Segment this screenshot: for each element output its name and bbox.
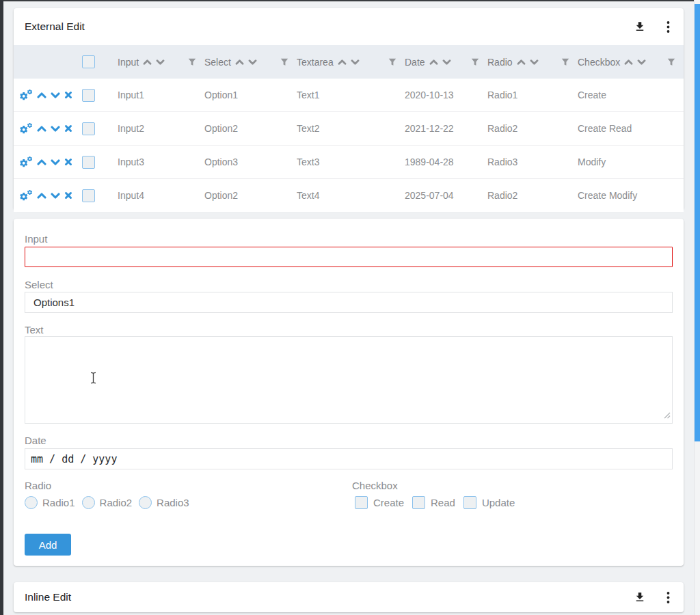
delete-icon[interactable] (64, 158, 72, 166)
date-field[interactable]: mm / dd / yyyy (25, 448, 673, 469)
cell-select: Option1 (204, 90, 297, 100)
checkbox-group: Create Read Update (355, 496, 515, 509)
download-icon[interactable] (634, 20, 646, 33)
input-label: Input (25, 233, 47, 245)
sort-desc-icon[interactable] (442, 59, 451, 65)
delete-icon[interactable] (64, 91, 72, 99)
row-checkbox-cell (77, 189, 118, 202)
checkbox-option: Read (412, 496, 455, 509)
settings-icon[interactable] (19, 122, 33, 135)
checkbox[interactable] (463, 496, 476, 509)
settings-icon[interactable] (19, 89, 33, 101)
table-row: Input1 Option1 Text1 2020-10-13 Radio1 C… (14, 79, 684, 112)
sort-asc-icon[interactable] (517, 59, 526, 65)
sort-desc-icon[interactable] (248, 59, 257, 65)
move-up-icon[interactable] (37, 92, 46, 98)
radio-button[interactable] (25, 496, 38, 509)
cell-select: Option2 (204, 190, 297, 201)
add-record-form-card: Input Select Options1 Text Date mm / dd … (14, 219, 684, 566)
filter-icon[interactable] (280, 58, 288, 66)
card-title: Inline Edit (25, 591, 71, 603)
sort-desc-icon[interactable] (351, 59, 360, 65)
cell-radio: Radio2 (487, 190, 578, 201)
move-down-icon[interactable] (51, 126, 60, 132)
radio-option: Radio3 (139, 496, 189, 509)
text-area[interactable] (25, 336, 673, 424)
scrollbar-thumb[interactable] (695, 4, 700, 441)
cell-input: Input1 (118, 90, 204, 100)
card-toolbar (634, 20, 670, 33)
radio-option-label: Radio3 (157, 497, 189, 508)
card-title: External Edit (25, 20, 85, 33)
column-header-select: Select (204, 57, 297, 68)
settings-icon[interactable] (19, 156, 33, 168)
sort-desc-icon[interactable] (637, 59, 646, 65)
card-header: Inline Edit (14, 582, 684, 612)
move-down-icon[interactable] (51, 193, 60, 199)
column-label: Select (204, 57, 231, 68)
sort-desc-icon[interactable] (530, 59, 539, 65)
row-checkbox[interactable] (82, 89, 95, 102)
filter-icon[interactable] (188, 58, 196, 66)
cell-textarea: Text2 (297, 123, 405, 134)
filter-icon[interactable] (471, 58, 479, 66)
input-field[interactable] (25, 247, 673, 267)
move-up-icon[interactable] (37, 126, 46, 132)
column-label: Textarea (297, 57, 334, 68)
cell-checkbox: Create (578, 90, 684, 100)
move-down-icon[interactable] (51, 92, 60, 98)
sort-desc-icon[interactable] (156, 59, 165, 65)
radio-button[interactable] (139, 496, 152, 509)
download-icon[interactable] (634, 591, 646, 603)
filter-icon[interactable] (388, 58, 396, 66)
radio-button[interactable] (82, 496, 95, 509)
row-checkbox[interactable] (82, 156, 95, 169)
checkbox-option-label: Create (373, 497, 404, 508)
kebab-menu-icon[interactable] (667, 21, 670, 33)
resize-handle-icon[interactable] (663, 409, 671, 422)
delete-icon[interactable] (64, 124, 72, 133)
select-all-checkbox[interactable] (82, 55, 95, 68)
sort-asc-icon[interactable] (429, 59, 438, 65)
checkbox[interactable] (412, 496, 425, 509)
card-header: External Edit (14, 8, 684, 45)
move-up-icon[interactable] (37, 193, 46, 199)
column-label: Date (405, 57, 425, 68)
select-label: Select (25, 279, 53, 290)
row-checkbox[interactable] (82, 122, 95, 135)
radio-option-label: Radio2 (100, 497, 133, 508)
radio-group-label: Radio (25, 480, 51, 491)
select-value: Options1 (33, 297, 75, 308)
text-cursor-icon (90, 372, 96, 387)
row-actions (14, 89, 77, 101)
cell-date: 2025-07-04 (405, 190, 487, 201)
cell-date: 1989-04-28 (405, 156, 487, 167)
sort-asc-icon[interactable] (624, 59, 633, 65)
scrollbar-track[interactable] (694, 0, 700, 615)
move-up-icon[interactable] (37, 159, 46, 165)
radio-option: Radio2 (82, 496, 133, 509)
radio-group: Radio1 Radio2 Radio3 (25, 496, 189, 509)
cell-select: Option2 (204, 123, 297, 134)
filter-icon[interactable] (561, 58, 569, 66)
column-header-input: Input (118, 57, 204, 68)
sort-asc-icon[interactable] (235, 59, 244, 65)
delete-icon[interactable] (64, 191, 72, 200)
table-header-row: Input Select Textarea Date Radio (14, 45, 684, 79)
row-checkbox-cell (77, 156, 118, 169)
checkbox[interactable] (355, 496, 368, 509)
select-field[interactable]: Options1 (25, 292, 673, 313)
row-checkbox-cell (77, 122, 118, 135)
sort-asc-icon[interactable] (143, 59, 152, 65)
sort-asc-icon[interactable] (338, 59, 347, 65)
cell-date: 2020-10-13 (405, 90, 487, 100)
cell-input: Input3 (118, 156, 204, 167)
settings-icon[interactable] (19, 189, 33, 202)
row-checkbox[interactable] (82, 189, 95, 202)
move-down-icon[interactable] (51, 159, 60, 165)
filter-icon[interactable] (667, 58, 675, 66)
kebab-menu-icon[interactable] (667, 592, 670, 603)
cell-checkbox: Create Modify (578, 190, 684, 201)
add-button[interactable]: Add (25, 534, 71, 556)
cell-textarea: Text4 (297, 190, 405, 201)
